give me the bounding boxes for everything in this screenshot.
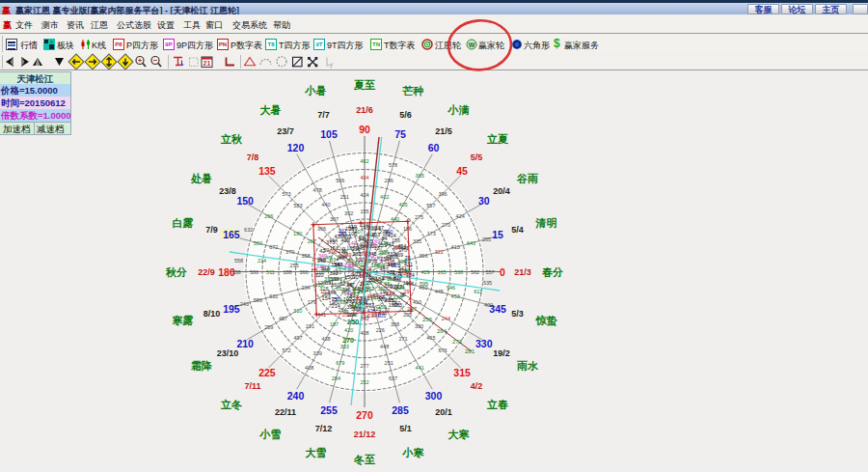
svg-text:21: 21	[203, 60, 211, 67]
svg-text:W: W	[469, 42, 475, 48]
